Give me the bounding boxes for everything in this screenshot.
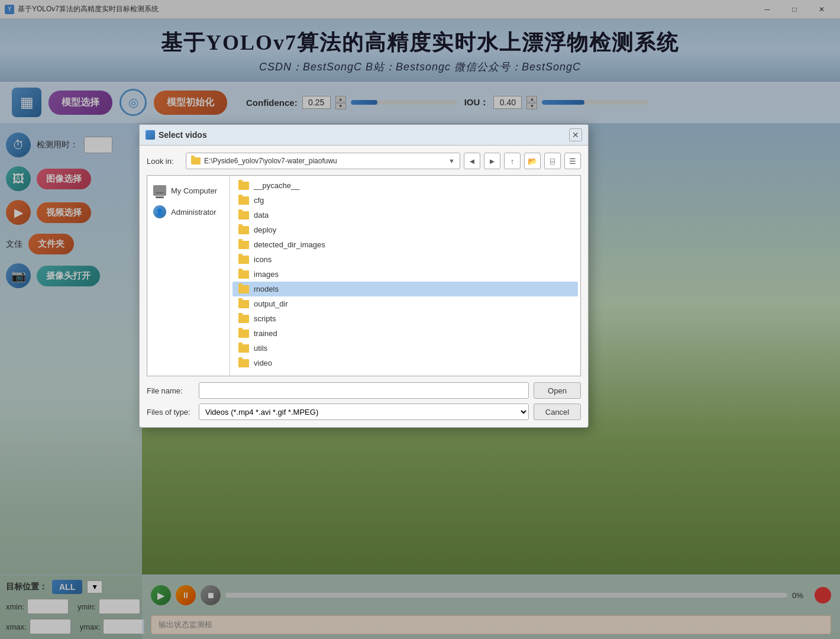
- folder-icon: [238, 344, 249, 353]
- nav-bookmark-button[interactable]: 📂: [524, 153, 541, 169]
- dialog-title-bar: Select vidos ✕: [140, 125, 588, 146]
- svg-rect-1: [156, 192, 164, 193]
- administrator-label: Administrator: [171, 208, 217, 217]
- file-item[interactable]: video: [232, 356, 578, 370]
- filetype-label: Files of type:: [147, 408, 194, 417]
- dialog-body: Look in: E:\Pyside6_yolov7\yolov7-water_…: [140, 146, 588, 427]
- folder-icon: [238, 285, 249, 293]
- dialog-icon: [146, 130, 155, 140]
- file-item[interactable]: icons: [232, 252, 578, 267]
- file-item[interactable]: scripts: [232, 311, 578, 326]
- folder-icon: [238, 211, 249, 220]
- folder-icon: [238, 359, 249, 367]
- path-folder-icon: [191, 157, 201, 164]
- my-computer-label: My Computer: [171, 186, 217, 195]
- file-item[interactable]: output_dir: [232, 296, 578, 311]
- folder-icon: [238, 256, 249, 264]
- file-item[interactable]: models: [232, 282, 578, 296]
- file-item[interactable]: data: [232, 208, 578, 222]
- cancel-button[interactable]: Cancel: [534, 404, 581, 420]
- nav-grid-view-button[interactable]: ⌸: [544, 153, 561, 169]
- file-item[interactable]: detected_dir_images: [232, 237, 578, 252]
- folder-icon: [238, 315, 249, 323]
- file-list-panel[interactable]: __pycache__cfgdatadeploydetected_dir_ima…: [230, 176, 580, 376]
- file-item[interactable]: utils: [232, 341, 578, 356]
- nav-forward-button[interactable]: ►: [484, 153, 500, 169]
- select-videos-dialog: Select vidos ✕ Look in: E:\Pyside6_yolov…: [139, 124, 589, 428]
- file-item[interactable]: deploy: [232, 222, 578, 237]
- dialog-close-button[interactable]: ✕: [569, 128, 582, 141]
- file-item[interactable]: cfg: [232, 193, 578, 208]
- folder-icon: [238, 330, 249, 338]
- look-in-path[interactable]: E:\Pyside6_yolov7\yolov7-water_piaofuwu …: [186, 153, 460, 169]
- file-item[interactable]: __pycache__: [232, 178, 578, 193]
- filetype-select[interactable]: Videos (*.mp4 *.avi *.gif *.MPEG): [199, 404, 529, 420]
- administrator-item[interactable]: 👤 Administrator: [147, 201, 230, 223]
- folder-icon: [238, 226, 249, 234]
- folder-icon: [238, 182, 249, 190]
- sidebar-panel: My Computer 👤 Administrator: [147, 176, 230, 376]
- look-in-label: Look in:: [147, 157, 182, 166]
- look-in-bar: Look in: E:\Pyside6_yolov7\yolov7-water_…: [147, 153, 581, 169]
- nav-back-button[interactable]: ◄: [464, 153, 480, 169]
- svg-rect-2: [159, 191, 161, 192]
- folder-icon: [238, 270, 249, 279]
- filename-row: File name: Open: [147, 382, 581, 399]
- folder-icon: [238, 241, 249, 249]
- file-browser: My Computer 👤 Administrator __pycache__c…: [147, 175, 581, 376]
- filetype-row: Files of type: Videos (*.mp4 *.avi *.gif…: [147, 404, 581, 420]
- file-item[interactable]: images: [232, 267, 578, 282]
- look-in-path-text: E:\Pyside6_yolov7\yolov7-water_piaofuwu: [204, 157, 337, 165]
- nav-up-button[interactable]: ↑: [504, 153, 521, 169]
- admin-icon: 👤: [153, 205, 166, 218]
- my-computer-item[interactable]: My Computer: [147, 180, 230, 201]
- file-item[interactable]: trained: [232, 326, 578, 341]
- dialog-overlay: Select vidos ✕ Look in: E:\Pyside6_yolov…: [0, 0, 840, 639]
- computer-icon: [153, 185, 166, 196]
- nav-list-view-button[interactable]: ☰: [564, 153, 581, 169]
- folder-icon: [238, 196, 249, 205]
- filename-label: File name:: [147, 386, 194, 395]
- app-window: Y 基于YOLOv7算法的高精度实时目标检测系统 ─ □ ✕ 基于YOLOv7算…: [0, 0, 840, 639]
- folder-icon: [238, 300, 249, 308]
- open-button[interactable]: Open: [534, 382, 581, 399]
- dialog-title-text: Select vidos: [159, 130, 569, 140]
- filename-input[interactable]: [199, 382, 529, 399]
- svg-rect-0: [156, 187, 163, 192]
